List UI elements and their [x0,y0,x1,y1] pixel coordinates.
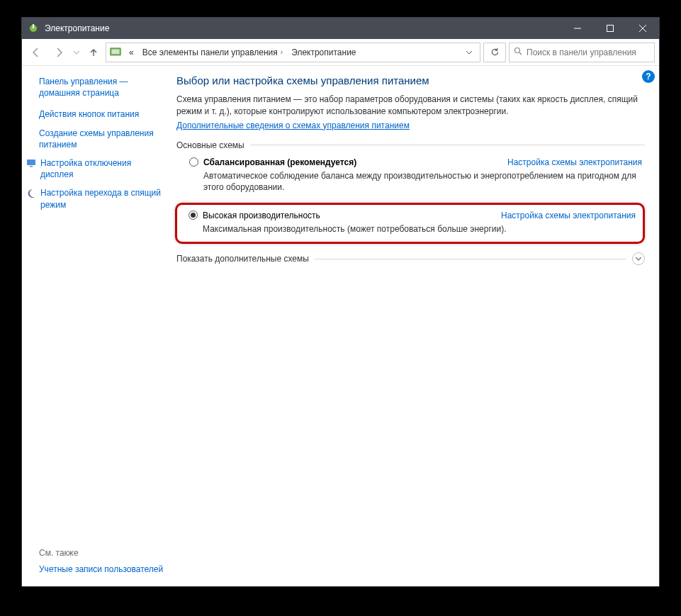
breadcrumb-item-all[interactable]: Все элементы панели управления › [138,47,287,57]
sidebar-home-link[interactable]: Панель управления — домашняя страница [39,76,165,99]
monitor-icon [26,158,36,168]
maximize-button[interactable] [594,18,626,39]
divider [315,259,626,259]
section-main-label: Основные схемы [176,140,244,150]
plan-balanced-desc: Автоматическое соблюдение баланса между … [203,170,642,193]
breadcrumb-item-all-label: Все элементы панели управления [142,47,278,57]
page-heading: Выбор или настройка схемы управления пит… [176,74,645,86]
body: Панель управления — домашняя страница Де… [22,66,659,586]
sidebar-link-display-off[interactable]: Настройка отключения дисплея [26,157,165,180]
help-icon[interactable]: ? [642,70,655,83]
chevron-down-icon[interactable] [632,252,645,265]
search-icon [514,47,522,57]
plan-high-performance: Высокая производительность Настройка схе… [187,211,636,235]
section-extra-plans[interactable]: Показать дополнительные схемы [176,252,645,265]
plan-high-desc: Максимальная производительность (может п… [203,223,636,235]
search-input[interactable]: Поиск в панели управления [509,43,655,62]
breadcrumb-root[interactable]: « [125,47,138,57]
see-also-accounts-link[interactable]: Учетные записи пользователей [39,564,163,574]
sidebar-link-display-off-label: Настройка отключения дисплея [40,157,165,180]
breadcrumb-dropdown[interactable] [461,43,477,62]
svg-rect-7 [111,49,119,54]
plan-balanced-config-link[interactable]: Настройка схемы электропитания [507,157,642,167]
breadcrumb-item-power[interactable]: Электропитание [287,47,360,57]
chevron-right-icon: › [281,48,283,56]
svg-line-9 [519,52,522,55]
highlight-box: Высокая производительность Настройка схе… [175,203,645,244]
see-also: См. также Учетные записи пользователей [39,548,165,581]
control-panel-icon [109,46,122,59]
sidebar-link-button-actions[interactable]: Действия кнопок питания [39,108,165,120]
plan-high-config-link[interactable]: Настройка схемы электропитания [501,211,636,220]
main-content: ? Выбор или настройка схемы управления п… [171,66,659,586]
plan-balanced: Сбалансированная (рекомендуется) Настрой… [176,156,645,200]
sidebar-link-create-plan[interactable]: Создание схемы управления питанием [39,128,165,150]
radio-balanced[interactable] [189,157,198,167]
sidebar-link-sleep[interactable]: Настройка перехода в спящий режим [26,187,165,210]
intro-text: Схема управления питанием — это набор па… [176,94,645,118]
forward-button[interactable] [49,43,69,62]
sidebar-link-sleep-label: Настройка перехода в спящий режим [40,187,165,210]
breadcrumb[interactable]: « Все элементы панели управления › Элект… [106,43,480,62]
svg-rect-1 [33,24,34,28]
close-button[interactable] [626,18,659,39]
up-button[interactable] [84,43,103,62]
more-info-link[interactable]: Дополнительные сведения о схемах управле… [176,121,410,130]
window: Электропитание [21,17,660,587]
minimize-button[interactable] [561,18,594,39]
history-dropdown[interactable] [72,43,81,62]
divider [250,145,645,145]
svg-rect-10 [27,159,35,165]
svg-rect-11 [30,166,33,167]
section-main-plans: Основные схемы [176,140,645,150]
titlebar: Электропитание [22,18,659,39]
svg-rect-3 [607,26,614,32]
refresh-button[interactable] [483,43,506,62]
back-button[interactable] [26,43,46,62]
navigation-bar: « Все элементы панели управления › Элект… [22,39,659,66]
section-extra-label: Показать дополнительные схемы [176,254,309,264]
plan-high-name[interactable]: Высокая производительность [203,211,320,220]
svg-point-8 [515,48,520,53]
power-app-icon [28,23,39,34]
breadcrumb-item-power-label: Электропитание [291,47,356,57]
search-placeholder: Поиск в панели управления [527,47,636,57]
see-also-title: См. также [39,548,165,558]
window-title: Электропитание [45,23,109,33]
sidebar: Панель управления — домашняя страница Де… [22,66,171,586]
moon-icon [26,188,36,198]
window-controls [561,18,659,39]
radio-high-performance[interactable] [188,211,198,220]
plan-balanced-name[interactable]: Сбалансированная (рекомендуется) [203,157,356,167]
